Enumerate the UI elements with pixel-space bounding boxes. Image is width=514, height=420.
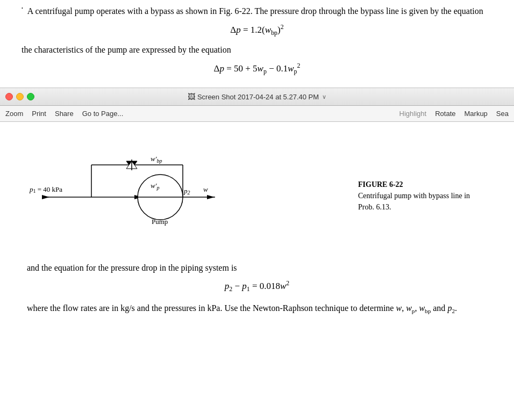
toolbar-zoom[interactable]: Zoom	[5, 110, 23, 118]
toolbar-print[interactable]: Print	[32, 110, 46, 118]
final-paragraph: where the flow rates are in kg/s and the…	[27, 301, 487, 316]
window-title: 🖼 Screen Shot 2017-04-24 at 5.27.40 PM ∨	[188, 92, 326, 101]
toolbar-goto[interactable]: Go to Page...	[82, 110, 124, 118]
pump-diagram-svg: w'bp w'p w p1 = 40 kPa p2 Pump	[27, 141, 231, 248]
figure-area: w'bp w'p w p1 = 40 kPa p2 Pump FIGURE 6-…	[27, 141, 487, 250]
eq3-intro-text: and the equation for the pressure drop i…	[27, 261, 487, 275]
figure-diagram: w'bp w'p w p1 = 40 kPa p2 Pump	[27, 141, 342, 250]
p2-label: p2	[183, 187, 190, 195]
figure-caption: FIGURE 6-22 Centrifugal pump with bypass…	[358, 179, 487, 213]
equation-2: Δp = 50 + 5wp − 0.1wp2	[22, 61, 492, 77]
toolbar: Zoom Print Share Go to Page... Highlight…	[0, 106, 514, 122]
doc-text-area: • A centrifugal pump operates with a byp…	[22, 4, 492, 77]
eq3-p1: p	[242, 281, 247, 291]
eq3-p1-sub: 1	[247, 285, 250, 293]
w-label: w	[203, 185, 208, 193]
equation-3: p2 − p1 = 0.018w2	[27, 279, 487, 293]
figure-title: FIGURE 6-22	[358, 179, 487, 190]
title-chevron-icon[interactable]: ∨	[322, 93, 326, 100]
toolbar-highlight[interactable]: Highlight	[399, 110, 427, 118]
window-controls	[5, 93, 34, 100]
title-bar: 🖼 Screen Shot 2017-04-24 at 5.27.40 PM ∨	[0, 88, 514, 106]
minimize-button[interactable]	[16, 93, 24, 100]
upper-doc-content: • A centrifugal pump operates with a byp…	[0, 0, 514, 88]
p1-label: p1 = 40 kPa	[29, 185, 62, 194]
eq3-p2-sub: 2	[229, 285, 232, 293]
svg-marker-11	[207, 195, 215, 199]
svg-marker-12	[42, 195, 49, 199]
document-window: • A centrifugal pump operates with a byp…	[0, 0, 514, 420]
final-text: where the flow rates are in kg/s and the…	[27, 303, 457, 313]
main-document: w'bp w'p w p1 = 40 kPa p2 Pump FIGURE 6-…	[0, 122, 514, 420]
maximize-button[interactable]	[27, 93, 34, 100]
toolbar-rotate[interactable]: Rotate	[435, 110, 455, 118]
close-button[interactable]	[5, 93, 13, 100]
equation-1: Δp = 1.2(wbp)2	[22, 23, 492, 39]
wbp-label: w'bp	[151, 155, 162, 164]
title-text: Screen Shot 2017-04-24 at 5.27.40 PM	[197, 93, 319, 101]
intro-paragraph: • A centrifugal pump operates with a byp…	[22, 4, 492, 18]
document-icon: 🖼	[188, 92, 195, 101]
toolbar-markup[interactable]: Markup	[465, 110, 488, 118]
figure-title-text: FIGURE 6-22	[358, 180, 403, 189]
eq3-minus: −	[234, 281, 242, 291]
eq3-equals: = 0.018w	[252, 281, 286, 291]
char-text: the characteristics of the pump are expr…	[22, 43, 492, 57]
eq1-delta: Δp = 1.2(wbp)2	[230, 25, 283, 35]
eq3-sup: 2	[286, 279, 289, 287]
figure-caption-text: Centrifugal pump with bypass line in Pro…	[358, 190, 487, 213]
bullet-dot: •	[22, 5, 23, 12]
pump-label: Pump	[152, 218, 168, 226]
toolbar-search[interactable]: Sea	[496, 110, 509, 118]
toolbar-share[interactable]: Share	[55, 110, 74, 118]
eq3-section: and the equation for the pressure drop i…	[27, 261, 487, 293]
intro-text: A centrifugal pump operates with a bypas…	[27, 6, 483, 16]
eq2-formula: Δp = 50 + 5wp − 0.1wp2	[213, 63, 300, 74]
eq3-formula: p	[225, 281, 230, 291]
